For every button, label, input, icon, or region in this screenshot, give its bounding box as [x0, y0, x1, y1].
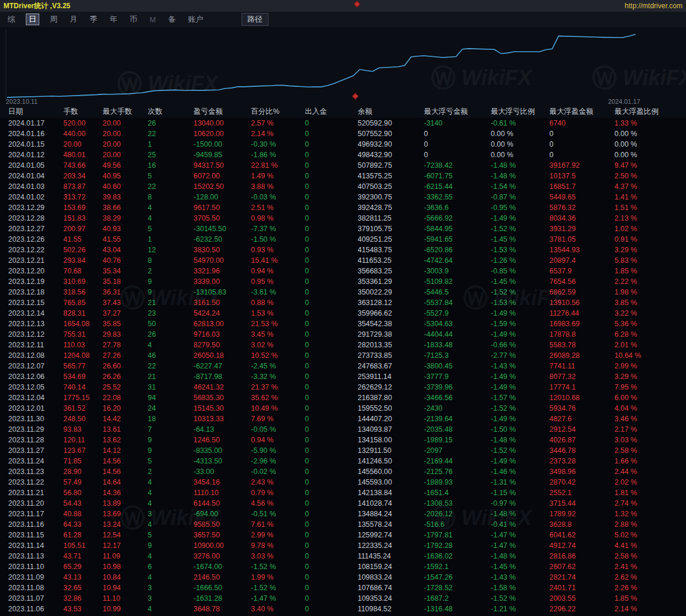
- table-row[interactable]: 2023.12.11110.0327.7848279.503.02 %02820…: [0, 340, 686, 350]
- table-row[interactable]: 2023.11.1065.2910.986-1674.00-1.52 %0108…: [0, 561, 686, 572]
- table-row[interactable]: 2024.01.1520.0020.001-1500.00-0.30 %0496…: [0, 139, 686, 150]
- table-row[interactable]: 2023.11.27123.6714.129-8335.00-5.90 %013…: [0, 445, 686, 456]
- menu-item-0[interactable]: 综: [6, 13, 17, 25]
- table-cell: -1797.81: [424, 531, 491, 539]
- table-row[interactable]: 2023.11.1664.3313.2449585.507.61 %013557…: [0, 519, 686, 530]
- table-cell: 7741.11: [549, 362, 614, 370]
- menu-item-8[interactable]: 备: [167, 13, 178, 25]
- table-row[interactable]: 2023.12.06534.6926.2621-8717.98-3.32 %02…: [0, 371, 686, 382]
- column-header[interactable]: 盈亏金额: [193, 107, 251, 117]
- table-cell: 2023.11.14: [8, 541, 63, 550]
- table-row[interactable]: 2023.12.22502.2643.04123830.500.93 %0415…: [0, 245, 686, 255]
- column-header[interactable]: 最大浮亏比例: [491, 107, 549, 117]
- table-cell: 132911.50: [358, 446, 424, 455]
- menu-item-4[interactable]: 季: [88, 13, 99, 25]
- column-header[interactable]: 最大浮盈比例: [614, 107, 686, 117]
- table-row[interactable]: 2023.12.05740.1425.523146241.3221.37 %02…: [0, 382, 686, 392]
- table-row[interactable]: 2024.01.05743.6649.561694317.5022.81 %05…: [0, 160, 686, 171]
- table-cell: -1.43 %: [491, 362, 549, 370]
- column-header[interactable]: 余额: [358, 107, 424, 117]
- table-row[interactable]: 2023.11.14105.5112.17910900.009.78 %0122…: [0, 540, 686, 551]
- table-row[interactable]: 2024.01.04203.3440.9556072.001.49 %04135…: [0, 171, 686, 181]
- table-cell: 0: [305, 489, 358, 497]
- menu-item-5[interactable]: 年: [108, 13, 119, 25]
- column-header[interactable]: 手数: [63, 107, 103, 117]
- table-row[interactable]: 2023.11.0643.5310.9943648.783.40 %011098…: [0, 604, 686, 614]
- column-header[interactable]: 最大浮盈金额: [549, 107, 614, 117]
- table-row[interactable]: 2023.11.28120.1113.6291246.500.94 %01341…: [0, 435, 686, 445]
- table-row[interactable]: 2023.12.081204.0827.264626050.1810.52 %0…: [0, 350, 686, 361]
- column-header[interactable]: 出入金: [305, 107, 358, 117]
- menu-item-3[interactable]: 月: [68, 13, 79, 25]
- table-cell: 3498.96: [549, 468, 614, 476]
- table-cell: 3: [148, 584, 193, 592]
- table-row[interactable]: 2023.12.131654.0835.855062813.0021.53 %0…: [0, 319, 686, 329]
- menu-item-1[interactable]: 日: [26, 13, 39, 25]
- column-header[interactable]: 百分比%: [251, 107, 305, 117]
- table-row[interactable]: 2023.11.1740.8813.693-694.00-0.51 %01348…: [0, 509, 686, 519]
- table-row[interactable]: 2023.12.041775.1522.089456835.3035.62 %0…: [0, 392, 686, 403]
- table-row[interactable]: 2023.12.21293.8440.76854970.0015.41 %041…: [0, 255, 686, 266]
- table-row[interactable]: 2023.12.28151.8338.2943705.500.98 %03828…: [0, 213, 686, 224]
- table-row[interactable]: 2023.11.2328.9014.562-33.00-0.02 %014556…: [0, 466, 686, 477]
- table-row[interactable]: 2023.12.07565.7726.6022-6227.47-2.45 %02…: [0, 361, 686, 371]
- table-cell: 2024.01.16: [8, 130, 63, 138]
- table-row[interactable]: 2023.11.2054.4313.8946144.504.56 %014102…: [0, 498, 686, 509]
- table-row[interactable]: 2023.12.18318.5636.319-13105.83-3.61 %03…: [0, 287, 686, 297]
- menu-item-6[interactable]: 币: [128, 13, 139, 25]
- table-row[interactable]: 2023.11.1343.7111.0943276.003.03 %011143…: [0, 551, 686, 561]
- table-row[interactable]: 2023.12.15765.8537.43213161.500.88 %0363…: [0, 297, 686, 308]
- table-cell: 13.69: [103, 510, 148, 518]
- table-cell: 5.83 %: [614, 256, 686, 265]
- app-url-link[interactable]: http://mtdriver.com: [624, 2, 682, 10]
- table-row[interactable]: 2023.11.30248.5014.421810313.337.69 %014…: [0, 414, 686, 424]
- column-header[interactable]: 日期: [8, 107, 63, 117]
- table-row[interactable]: 2023.12.01361.5216.202415145.3010.49 %01…: [0, 403, 686, 414]
- table-cell: 10.94: [103, 584, 148, 592]
- table-row[interactable]: 2023.12.2641.5541.551-6232.50-1.50 %0409…: [0, 234, 686, 245]
- table-row[interactable]: 2023.11.0943.1310.8442146.501.99 %010983…: [0, 572, 686, 583]
- table-cell: 108159.24: [358, 563, 424, 571]
- menu-item-2[interactable]: 周: [48, 13, 59, 25]
- table-row[interactable]: 2023.11.2993.8313.617-64.13-0.05 %013409…: [0, 424, 686, 435]
- table-row[interactable]: 2023.11.0832.6510.943-1666.50-1.52 %0107…: [0, 583, 686, 593]
- table-row[interactable]: 2023.12.19310.6935.1893339.000.95 %03533…: [0, 276, 686, 287]
- table-row[interactable]: 2023.11.0732.8611.103-1631.28-1.47 %0109…: [0, 593, 686, 604]
- table-cell: 0.88 %: [251, 299, 305, 307]
- table-cell: 2.51 %: [251, 204, 305, 212]
- table-cell: 135578.24: [358, 520, 424, 529]
- column-header[interactable]: 次数: [148, 107, 193, 117]
- table-cell: 3339.00: [193, 277, 251, 286]
- table-cell: 9: [148, 446, 193, 455]
- table-cell: 12010.68: [549, 394, 614, 402]
- table-row[interactable]: 2023.12.27200.9740.935-30145.50-7.37 %03…: [0, 224, 686, 234]
- table-row[interactable]: 2023.12.14828.3137.27235424.241.53 %0359…: [0, 308, 686, 319]
- column-header[interactable]: 最大浮亏金额: [424, 107, 491, 117]
- table-row[interactable]: 2024.01.03873.8740.602215202.503.88 %040…: [0, 181, 686, 192]
- table-row[interactable]: 2024.01.16440.0020.002210620.002.14 %050…: [0, 128, 686, 139]
- table-row[interactable]: 2023.11.2156.8014.3641110.100.79 %014213…: [0, 488, 686, 498]
- menu-item-9[interactable]: 账户: [186, 13, 205, 25]
- table-row[interactable]: 2024.01.02313.7239.838-128.00-0.03 %0392…: [0, 192, 686, 202]
- menu-item-7[interactable]: M: [148, 15, 158, 25]
- table-row[interactable]: 2023.12.29153.6938.6649617.502.51 %03924…: [0, 202, 686, 213]
- table-cell: 440.00: [63, 130, 103, 138]
- table-cell: 2912.54: [549, 425, 614, 434]
- table-row[interactable]: 2023.12.2070.6835.3423321.960.94 %035668…: [0, 266, 686, 276]
- path-button[interactable]: 路径: [242, 13, 269, 26]
- table-row[interactable]: 2023.12.12755.3129.83269716.033.45 %0291…: [0, 329, 686, 340]
- table-cell: -1.49 %: [491, 383, 549, 391]
- table-cell: 0.91 %: [614, 235, 686, 243]
- table-row[interactable]: 2023.11.1561.2812.5453657.502.99 %012599…: [0, 530, 686, 540]
- table-cell: 14.56: [103, 468, 148, 476]
- table-cell: -1.49 %: [491, 214, 549, 222]
- table-cell: 123.67: [63, 446, 103, 455]
- table-row[interactable]: 2024.01.12480.0120.0025-9459.85-1.86 %04…: [0, 150, 686, 160]
- table-row[interactable]: 2023.11.2257.4914.6443454.162.43 %014559…: [0, 477, 686, 488]
- table-cell: 216387.80: [358, 394, 424, 402]
- table-row[interactable]: 2024.01.17520.0020.002613040.002.57 %052…: [0, 118, 686, 128]
- table-row[interactable]: 2023.11.2471.8514.565-4313.50-2.96 %0141…: [0, 456, 686, 466]
- column-header[interactable]: 最大手数: [103, 107, 148, 117]
- table-cell: 0: [305, 235, 358, 243]
- table-cell: 5424.24: [193, 309, 251, 317]
